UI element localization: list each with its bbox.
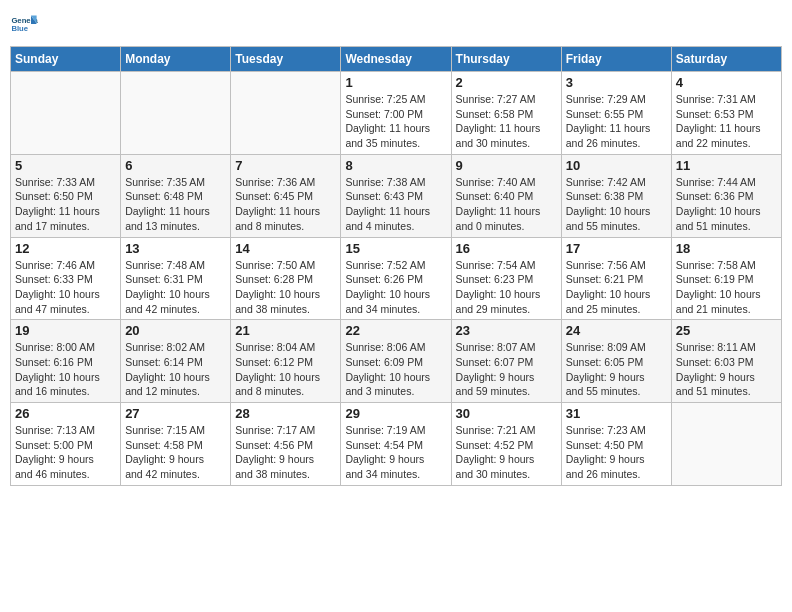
day-number: 15	[345, 241, 446, 256]
calendar-cell: 18Sunrise: 7:58 AM Sunset: 6:19 PM Dayli…	[671, 237, 781, 320]
calendar-cell: 6Sunrise: 7:35 AM Sunset: 6:48 PM Daylig…	[121, 154, 231, 237]
calendar-cell: 30Sunrise: 7:21 AM Sunset: 4:52 PM Dayli…	[451, 403, 561, 486]
day-info: Sunrise: 8:11 AM Sunset: 6:03 PM Dayligh…	[676, 340, 777, 399]
calendar-cell: 16Sunrise: 7:54 AM Sunset: 6:23 PM Dayli…	[451, 237, 561, 320]
day-number: 14	[235, 241, 336, 256]
calendar-cell: 31Sunrise: 7:23 AM Sunset: 4:50 PM Dayli…	[561, 403, 671, 486]
logo: General Blue	[10, 10, 42, 38]
calendar-cell: 8Sunrise: 7:38 AM Sunset: 6:43 PM Daylig…	[341, 154, 451, 237]
day-number: 8	[345, 158, 446, 173]
calendar-cell: 26Sunrise: 7:13 AM Sunset: 5:00 PM Dayli…	[11, 403, 121, 486]
day-info: Sunrise: 7:36 AM Sunset: 6:45 PM Dayligh…	[235, 175, 336, 234]
day-number: 10	[566, 158, 667, 173]
day-info: Sunrise: 7:17 AM Sunset: 4:56 PM Dayligh…	[235, 423, 336, 482]
day-info: Sunrise: 8:00 AM Sunset: 6:16 PM Dayligh…	[15, 340, 116, 399]
calendar-week-5: 26Sunrise: 7:13 AM Sunset: 5:00 PM Dayli…	[11, 403, 782, 486]
day-number: 20	[125, 323, 226, 338]
day-number: 4	[676, 75, 777, 90]
calendar-cell	[671, 403, 781, 486]
day-info: Sunrise: 7:15 AM Sunset: 4:58 PM Dayligh…	[125, 423, 226, 482]
day-number: 19	[15, 323, 116, 338]
weekday-header-sunday: Sunday	[11, 47, 121, 72]
calendar-week-3: 12Sunrise: 7:46 AM Sunset: 6:33 PM Dayli…	[11, 237, 782, 320]
calendar-cell: 19Sunrise: 8:00 AM Sunset: 6:16 PM Dayli…	[11, 320, 121, 403]
day-info: Sunrise: 7:19 AM Sunset: 4:54 PM Dayligh…	[345, 423, 446, 482]
svg-text:Blue: Blue	[11, 24, 28, 33]
day-number: 25	[676, 323, 777, 338]
day-number: 30	[456, 406, 557, 421]
day-number: 21	[235, 323, 336, 338]
weekday-header-tuesday: Tuesday	[231, 47, 341, 72]
day-number: 31	[566, 406, 667, 421]
weekday-header-wednesday: Wednesday	[341, 47, 451, 72]
day-number: 24	[566, 323, 667, 338]
day-info: Sunrise: 7:44 AM Sunset: 6:36 PM Dayligh…	[676, 175, 777, 234]
day-number: 28	[235, 406, 336, 421]
day-info: Sunrise: 7:56 AM Sunset: 6:21 PM Dayligh…	[566, 258, 667, 317]
calendar-cell: 14Sunrise: 7:50 AM Sunset: 6:28 PM Dayli…	[231, 237, 341, 320]
calendar-cell: 28Sunrise: 7:17 AM Sunset: 4:56 PM Dayli…	[231, 403, 341, 486]
day-number: 17	[566, 241, 667, 256]
calendar-cell: 9Sunrise: 7:40 AM Sunset: 6:40 PM Daylig…	[451, 154, 561, 237]
day-info: Sunrise: 7:58 AM Sunset: 6:19 PM Dayligh…	[676, 258, 777, 317]
day-info: Sunrise: 7:13 AM Sunset: 5:00 PM Dayligh…	[15, 423, 116, 482]
day-number: 12	[15, 241, 116, 256]
day-number: 5	[15, 158, 116, 173]
day-info: Sunrise: 7:48 AM Sunset: 6:31 PM Dayligh…	[125, 258, 226, 317]
day-info: Sunrise: 7:29 AM Sunset: 6:55 PM Dayligh…	[566, 92, 667, 151]
day-info: Sunrise: 8:07 AM Sunset: 6:07 PM Dayligh…	[456, 340, 557, 399]
weekday-header-monday: Monday	[121, 47, 231, 72]
weekday-header-friday: Friday	[561, 47, 671, 72]
day-number: 29	[345, 406, 446, 421]
day-number: 11	[676, 158, 777, 173]
calendar-cell: 5Sunrise: 7:33 AM Sunset: 6:50 PM Daylig…	[11, 154, 121, 237]
calendar-cell: 15Sunrise: 7:52 AM Sunset: 6:26 PM Dayli…	[341, 237, 451, 320]
weekday-header-saturday: Saturday	[671, 47, 781, 72]
calendar-cell: 29Sunrise: 7:19 AM Sunset: 4:54 PM Dayli…	[341, 403, 451, 486]
day-info: Sunrise: 7:27 AM Sunset: 6:58 PM Dayligh…	[456, 92, 557, 151]
calendar-cell: 3Sunrise: 7:29 AM Sunset: 6:55 PM Daylig…	[561, 72, 671, 155]
day-number: 9	[456, 158, 557, 173]
calendar-cell: 20Sunrise: 8:02 AM Sunset: 6:14 PM Dayli…	[121, 320, 231, 403]
day-info: Sunrise: 7:52 AM Sunset: 6:26 PM Dayligh…	[345, 258, 446, 317]
calendar-week-4: 19Sunrise: 8:00 AM Sunset: 6:16 PM Dayli…	[11, 320, 782, 403]
day-info: Sunrise: 7:35 AM Sunset: 6:48 PM Dayligh…	[125, 175, 226, 234]
day-number: 22	[345, 323, 446, 338]
calendar-cell: 27Sunrise: 7:15 AM Sunset: 4:58 PM Dayli…	[121, 403, 231, 486]
day-info: Sunrise: 8:02 AM Sunset: 6:14 PM Dayligh…	[125, 340, 226, 399]
day-info: Sunrise: 7:38 AM Sunset: 6:43 PM Dayligh…	[345, 175, 446, 234]
day-number: 23	[456, 323, 557, 338]
day-number: 1	[345, 75, 446, 90]
day-number: 16	[456, 241, 557, 256]
day-number: 13	[125, 241, 226, 256]
calendar-cell	[231, 72, 341, 155]
calendar-cell	[11, 72, 121, 155]
day-number: 27	[125, 406, 226, 421]
day-info: Sunrise: 7:46 AM Sunset: 6:33 PM Dayligh…	[15, 258, 116, 317]
calendar-cell: 21Sunrise: 8:04 AM Sunset: 6:12 PM Dayli…	[231, 320, 341, 403]
calendar-cell: 23Sunrise: 8:07 AM Sunset: 6:07 PM Dayli…	[451, 320, 561, 403]
calendar-cell: 1Sunrise: 7:25 AM Sunset: 7:00 PM Daylig…	[341, 72, 451, 155]
calendar-cell: 24Sunrise: 8:09 AM Sunset: 6:05 PM Dayli…	[561, 320, 671, 403]
day-info: Sunrise: 7:42 AM Sunset: 6:38 PM Dayligh…	[566, 175, 667, 234]
day-info: Sunrise: 7:33 AM Sunset: 6:50 PM Dayligh…	[15, 175, 116, 234]
day-number: 6	[125, 158, 226, 173]
calendar-cell: 17Sunrise: 7:56 AM Sunset: 6:21 PM Dayli…	[561, 237, 671, 320]
day-info: Sunrise: 7:23 AM Sunset: 4:50 PM Dayligh…	[566, 423, 667, 482]
day-info: Sunrise: 7:54 AM Sunset: 6:23 PM Dayligh…	[456, 258, 557, 317]
weekday-header-thursday: Thursday	[451, 47, 561, 72]
calendar-cell: 11Sunrise: 7:44 AM Sunset: 6:36 PM Dayli…	[671, 154, 781, 237]
day-info: Sunrise: 8:04 AM Sunset: 6:12 PM Dayligh…	[235, 340, 336, 399]
calendar-cell: 12Sunrise: 7:46 AM Sunset: 6:33 PM Dayli…	[11, 237, 121, 320]
calendar-week-2: 5Sunrise: 7:33 AM Sunset: 6:50 PM Daylig…	[11, 154, 782, 237]
calendar-cell	[121, 72, 231, 155]
calendar-cell: 22Sunrise: 8:06 AM Sunset: 6:09 PM Dayli…	[341, 320, 451, 403]
day-number: 3	[566, 75, 667, 90]
calendar-week-1: 1Sunrise: 7:25 AM Sunset: 7:00 PM Daylig…	[11, 72, 782, 155]
day-number: 26	[15, 406, 116, 421]
calendar-header: SundayMondayTuesdayWednesdayThursdayFrid…	[11, 47, 782, 72]
calendar-table: SundayMondayTuesdayWednesdayThursdayFrid…	[10, 46, 782, 486]
logo-icon: General Blue	[10, 10, 38, 38]
day-info: Sunrise: 7:50 AM Sunset: 6:28 PM Dayligh…	[235, 258, 336, 317]
day-number: 7	[235, 158, 336, 173]
